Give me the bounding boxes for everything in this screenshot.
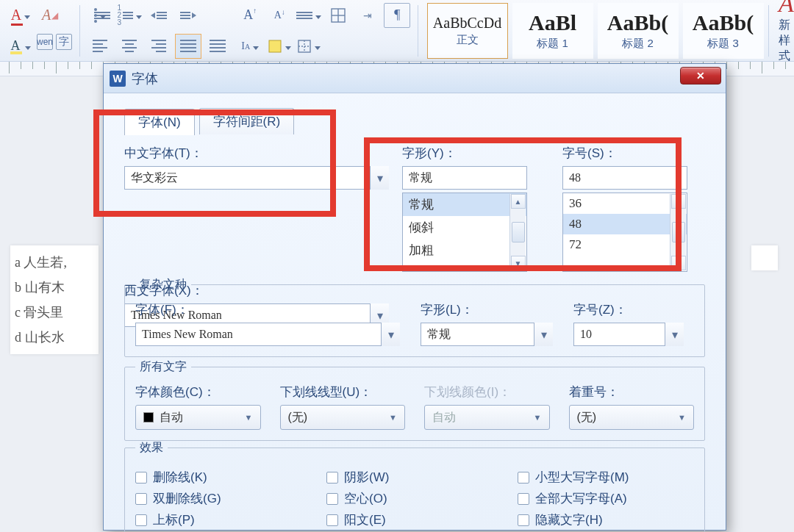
chk-superscript[interactable]: 上标(P)	[135, 511, 312, 528]
decrease-font-icon[interactable]: A↓	[266, 3, 293, 28]
complex-script-group: 复杂文种 字体(F)： Times New Roman ▾ 字形(L)： 常规 …	[124, 277, 705, 357]
chk-allcaps[interactable]: 全部大写字母(A)	[518, 490, 694, 507]
style-heading3[interactable]: AaBb( 标题 3	[683, 3, 764, 59]
app-icon: W	[110, 71, 126, 87]
new-style-button[interactable]: A✦ 新样式	[779, 2, 794, 60]
dialog-title: 字体	[132, 70, 158, 87]
new-style-icon: A✦	[779, 0, 794, 18]
close-button[interactable]: ✕	[680, 67, 721, 85]
text-line: c 骨头里	[15, 300, 96, 325]
style-option-regular[interactable]: 常规	[403, 193, 526, 216]
complex-style-combo[interactable]: 常规 ▾	[421, 323, 553, 346]
effects-group: 效果 删除线(K) 双删除线(G) 上标(P) 阴影(W) 空心(O) 阳文(E…	[124, 440, 705, 532]
text-color-icon[interactable]: A	[7, 3, 34, 28]
scrollbar[interactable]: ▲ ▼	[509, 194, 526, 270]
align-center-icon[interactable]	[116, 34, 143, 59]
alltext-legend: 所有文字	[135, 359, 191, 375]
underline-combo[interactable]: (无)▼	[280, 405, 406, 430]
text-line: a 人生若,	[15, 250, 96, 275]
tab-marker-icon[interactable]: ⇥	[354, 3, 381, 28]
chk-strike[interactable]: 删除线(K)	[135, 469, 312, 486]
style-option-bold[interactable]: 加粗	[403, 239, 526, 262]
complex-style-label: 字形(L)：	[421, 301, 553, 318]
document-page[interactable]: a 人生若, b 山有木 c 骨头里 d 山长水	[10, 245, 99, 354]
scroll-up-icon[interactable]: ▲	[671, 194, 686, 209]
increase-font-icon[interactable]: A↑	[237, 3, 263, 28]
complex-size-combo[interactable]: 10 ▾	[573, 323, 684, 346]
page-edge	[751, 245, 778, 270]
chk-outline[interactable]: 空心(O)	[326, 490, 503, 507]
style-label: 字形(Y)：	[402, 145, 549, 162]
chevron-down-icon[interactable]: ▾	[370, 166, 389, 190]
style-heading2[interactable]: AaBb( 标题 2	[598, 3, 679, 59]
shading-icon[interactable]	[266, 34, 293, 59]
table-icon[interactable]	[325, 3, 351, 28]
scrollbar[interactable]: ▲ ▼	[670, 194, 686, 270]
underline-color-label: 下划线颜色(I)：	[424, 384, 550, 400]
complex-font-label: 字体(F)：	[135, 301, 400, 318]
emphasis-label: 着重号：	[569, 384, 695, 400]
text-dir-icon[interactable]: IA	[237, 34, 263, 59]
numbering-icon[interactable]: 123	[116, 3, 143, 28]
text-line: b 山有木	[15, 275, 96, 300]
chevron-down-icon[interactable]: ▾	[534, 323, 553, 346]
highlight-icon[interactable]: A	[7, 34, 34, 59]
scroll-thumb[interactable]	[512, 222, 525, 242]
align-left-icon[interactable]	[87, 34, 113, 59]
complex-size-label: 字号(Z)：	[573, 301, 684, 318]
all-text-group: 所有文字 字体颜色(C)： 自动 ▼ 下划线线型(U)： (无)▼ 下划线颜	[124, 359, 705, 441]
complex-legend: 复杂文种	[135, 277, 191, 292]
font-color-label: 字体颜色(C)：	[135, 384, 261, 400]
style-option-italic[interactable]: 倾斜	[403, 216, 526, 239]
underline-color-combo: 自动▼	[424, 405, 550, 430]
scroll-thumb[interactable]	[672, 222, 685, 242]
style-gallery[interactable]: AaBbCcDd 正文 AaBl 标题 1 AaBb( 标题 2 AaBb( 标…	[427, 3, 764, 59]
chk-emboss[interactable]: 阳文(E)	[326, 511, 503, 528]
chk-smallcaps[interactable]: 小型大写字母(M)	[518, 469, 694, 486]
clear-format-icon[interactable]: A ◢	[37, 3, 63, 28]
emphasis-combo[interactable]: (无)▼	[569, 405, 695, 430]
effects-legend: 效果	[135, 440, 168, 456]
chk-shadow[interactable]: 阴影(W)	[326, 469, 503, 486]
borders-icon[interactable]	[296, 34, 322, 59]
text-line: d 山长水	[15, 325, 96, 350]
chinese-font-label: 中文字体(T)：	[124, 145, 389, 162]
scroll-down-icon[interactable]: ▼	[511, 256, 526, 270]
svg-rect-3	[269, 40, 281, 52]
size-label: 字号(S)：	[562, 145, 709, 162]
font-dialog: W 字体 ✕ 字体(N) 字符间距(R) 中文字体(T)： 字形(Y)： 字号(…	[103, 63, 726, 531]
pinyin-icon[interactable]: wen	[37, 34, 53, 50]
style-input[interactable]: 常规	[402, 166, 527, 190]
size-option[interactable]: 72	[563, 234, 687, 255]
align-distribute-icon[interactable]	[204, 34, 231, 59]
complex-font-combo[interactable]: Times New Roman ▾	[135, 323, 400, 346]
outdent-icon[interactable]	[146, 3, 172, 28]
tab-font[interactable]: 字体(N)	[124, 109, 195, 135]
underline-label: 下划线线型(U)：	[280, 384, 406, 400]
style-heading1[interactable]: AaBl 标题 1	[512, 3, 593, 59]
size-option[interactable]: 36	[563, 193, 687, 214]
style-normal[interactable]: AaBbCcDd 正文	[427, 3, 508, 59]
chk-dblstrike[interactable]: 双删除线(G)	[135, 490, 312, 507]
chevron-down-icon[interactable]: ▾	[665, 323, 684, 346]
close-icon: ✕	[696, 70, 705, 82]
ribbon-toolbar: A A ◢ A wen 字	[0, 0, 794, 62]
char-border-icon[interactable]: 字	[56, 34, 72, 50]
align-right-icon[interactable]	[146, 34, 172, 59]
chevron-down-icon[interactable]: ▾	[381, 323, 400, 346]
indent-icon[interactable]	[175, 3, 201, 28]
bullets-icon[interactable]	[87, 3, 113, 28]
tab-spacing[interactable]: 字符间距(R)	[199, 108, 295, 134]
show-marks-icon[interactable]: ¶	[384, 3, 410, 28]
align-justify-icon[interactable]	[175, 34, 201, 59]
dialog-titlebar[interactable]: W 字体 ✕	[104, 64, 726, 93]
chinese-font-combo[interactable]: 华文彩云 ▾	[124, 166, 389, 272]
size-option[interactable]: 48	[563, 214, 687, 234]
chinese-font-value[interactable]: 华文彩云	[124, 166, 389, 190]
chk-hidden[interactable]: 隐藏文字(H)	[518, 511, 694, 528]
size-input[interactable]: 48	[562, 166, 687, 190]
scroll-up-icon[interactable]: ▲	[511, 194, 526, 209]
scroll-down-icon[interactable]: ▼	[671, 256, 686, 270]
font-color-combo[interactable]: 自动 ▼	[135, 405, 261, 430]
line-spacing-icon[interactable]	[296, 3, 322, 28]
